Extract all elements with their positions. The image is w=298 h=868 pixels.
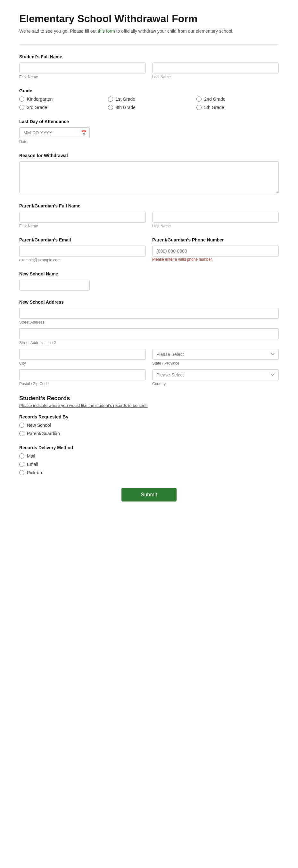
records-by-new-school-radio[interactable] <box>19 423 24 428</box>
state-sublabel: State / Province <box>152 361 279 366</box>
student-records-title: Student's Records <box>19 395 279 402</box>
street-address-2-group: Street Address Line 2 <box>19 328 279 345</box>
new-school-name-label: New School Name <box>19 271 279 276</box>
student-first-name-sublabel: First Name <box>19 75 146 79</box>
new-school-name-section: New School Name <box>19 271 279 290</box>
parent-last-name-sublabel: Last Name <box>152 224 279 228</box>
parent-full-name-section: Parent/Guardian's Full Name First Name L… <box>19 203 279 228</box>
street-address-input[interactable] <box>19 308 279 319</box>
country-sublabel: Country <box>152 381 279 386</box>
street-address-sublabel: Street Address <box>19 320 279 324</box>
records-by-parent[interactable]: Parent/Guardian <box>19 431 279 436</box>
street-address-group: Street Address <box>19 308 279 324</box>
records-requested-by-section: Records Requested By New School Parent/G… <box>19 414 279 436</box>
grade-radio-5th[interactable] <box>196 105 202 110</box>
delivery-pickup[interactable]: Pick-up <box>19 470 279 475</box>
parent-email-hint: example@example.com <box>19 258 146 262</box>
delivery-email-radio[interactable] <box>19 462 24 467</box>
new-school-address-label: New School Address <box>19 300 279 305</box>
reason-withdrawal-section: Reason for Withdrawal <box>19 153 279 194</box>
city-sublabel: City <box>19 361 146 366</box>
records-by-new-school[interactable]: New School <box>19 423 279 428</box>
new-school-address-section: New School Address Street Address Street… <box>19 300 279 386</box>
grade-4th[interactable]: 4th Grade <box>108 105 190 110</box>
parent-email-label: Parent/Guardian's Email <box>19 237 146 242</box>
street-address-2-input[interactable] <box>19 328 279 339</box>
parent-full-name-label: Parent/Guardian's Full Name <box>19 203 279 209</box>
section-divider <box>19 44 279 44</box>
parent-last-name-input[interactable] <box>152 212 279 222</box>
student-records-section: Student's Records Please indicate where … <box>19 395 279 475</box>
parent-first-name-sublabel: First Name <box>19 224 146 228</box>
parent-first-name-input[interactable] <box>19 212 146 222</box>
delivery-email[interactable]: Email <box>19 462 279 467</box>
postal-sublabel: Postal / Zip Code <box>19 381 146 386</box>
grade-2nd[interactable]: 2nd Grade <box>196 96 279 102</box>
subtitle-link[interactable]: this form <box>98 29 115 34</box>
city-input[interactable] <box>19 349 146 360</box>
delivery-pickup-radio[interactable] <box>19 470 24 475</box>
postal-input[interactable] <box>19 369 146 380</box>
date-sublabel: Date <box>19 140 279 144</box>
reason-withdrawal-label: Reason for Withdrawal <box>19 153 279 158</box>
records-requested-by-group: New School Parent/Guardian <box>19 423 279 436</box>
grade-radio-4th[interactable] <box>108 105 113 110</box>
country-select[interactable]: Please Select <box>152 369 279 380</box>
grade-section: Grade Kindergarten 1st Grade 2nd Grade 3… <box>19 88 279 110</box>
grade-label: Grade <box>19 88 279 93</box>
student-last-name-sublabel: Last Name <box>152 75 279 79</box>
state-select[interactable]: Please Select <box>152 349 279 360</box>
parent-phone-input[interactable] <box>152 246 279 256</box>
records-requested-by-label: Records Requested By <box>19 414 279 420</box>
submit-button[interactable]: Submit <box>122 488 176 501</box>
student-full-name-label: Student's Full Name <box>19 54 279 59</box>
delivery-mail[interactable]: Mail <box>19 454 279 459</box>
student-full-name-section: Student's Full Name First Name Last Name <box>19 54 279 79</box>
grade-radio-1st[interactable] <box>108 96 113 102</box>
parent-phone-error: Please enter a valid phone number. <box>152 257 213 262</box>
student-first-name-input[interactable] <box>19 63 146 73</box>
student-records-description: Please indicate where you would like the… <box>19 403 279 408</box>
grade-1st[interactable]: 1st Grade <box>108 96 190 102</box>
street-address-2-sublabel: Street Address Line 2 <box>19 341 279 345</box>
delivery-mail-radio[interactable] <box>19 454 24 459</box>
parent-email-input[interactable] <box>19 246 146 256</box>
grade-radio-2nd[interactable] <box>196 96 202 102</box>
grade-kindergarten[interactable]: Kindergarten <box>19 96 102 102</box>
last-day-attendance-label: Last Day of Attendance <box>19 119 279 124</box>
records-delivery-method-section: Records Delivery Method Mail Email Pick-… <box>19 445 279 475</box>
parent-phone-label: Parent/Guardian's Phone Number <box>152 237 279 242</box>
page-subtitle: We're sad to see you go! Please fill out… <box>19 28 279 35</box>
grade-radio-3rd[interactable] <box>19 105 24 110</box>
grade-radio-kindergarten[interactable] <box>19 96 24 102</box>
submit-container: Submit <box>19 488 279 501</box>
grade-5th[interactable]: 5th Grade <box>196 105 279 110</box>
records-by-parent-radio[interactable] <box>19 431 24 436</box>
page-title: Elementary School Withdrawal Form <box>19 13 279 25</box>
last-day-attendance-section: Last Day of Attendance 📅 Date <box>19 119 279 144</box>
parent-contact-section: Parent/Guardian's Email example@example.… <box>19 237 279 262</box>
grade-3rd[interactable]: 3rd Grade <box>19 105 102 110</box>
records-delivery-method-label: Records Delivery Method <box>19 445 279 450</box>
records-delivery-method-group: Mail Email Pick-up <box>19 454 279 475</box>
student-last-name-input[interactable] <box>152 63 279 73</box>
reason-withdrawal-textarea[interactable] <box>19 161 279 193</box>
new-school-name-input[interactable] <box>19 280 90 290</box>
last-day-attendance-input[interactable] <box>19 127 90 138</box>
